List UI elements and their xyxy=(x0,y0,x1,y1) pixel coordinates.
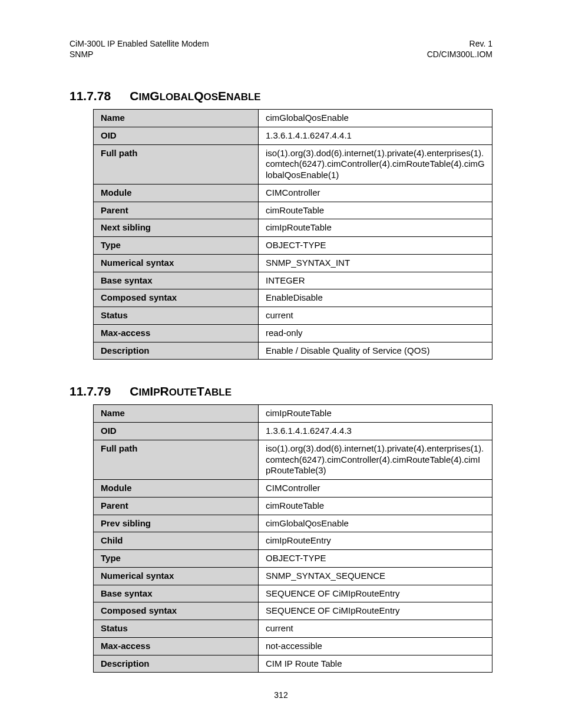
property-key: Module xyxy=(94,480,259,498)
property-key: Name xyxy=(94,110,259,127)
property-value: 1.3.6.1.4.1.6247.4.4.1 xyxy=(259,127,492,144)
property-value: cimRouteTable xyxy=(259,497,492,515)
property-key: OID xyxy=(94,127,259,144)
table-row: Prev siblingcimGlobalQosEnable xyxy=(94,515,492,532)
property-value: OBJECT-TYPE xyxy=(259,237,492,255)
property-key: Full path xyxy=(94,144,259,184)
header-left-line2: SNMP xyxy=(70,50,209,60)
property-value: current xyxy=(259,620,492,638)
property-key: Name xyxy=(94,405,259,423)
property-value: read-only xyxy=(259,324,492,342)
property-key: Max-access xyxy=(94,324,259,342)
table-row: Base syntaxSEQUENCE OF CiMIpRouteEntry xyxy=(94,585,492,602)
property-value: EnableDisable xyxy=(259,289,492,307)
property-value: SNMP_SYNTAX_SEQUENCE xyxy=(259,567,492,585)
table-row: Next siblingcimIpRouteTable xyxy=(94,219,492,237)
property-key: Numerical syntax xyxy=(94,567,259,585)
section-number: 11.7.79 xyxy=(70,384,111,398)
page-number: 312 xyxy=(0,690,562,700)
property-key: Description xyxy=(94,342,259,360)
header-right-line1: Rev. 1 xyxy=(427,39,492,50)
table-row: Base syntaxINTEGER xyxy=(94,272,492,289)
property-key: Type xyxy=(94,550,259,568)
property-value: iso(1).org(3).dod(6).internet(1).private… xyxy=(259,144,492,184)
page-header: CiM-300L IP Enabled Satellite Modem SNMP… xyxy=(70,39,492,60)
property-value: SNMP_SYNTAX_INT xyxy=(259,254,492,272)
table-row: DescriptionCIM IP Route Table xyxy=(94,655,492,673)
table-row: DescriptionEnable / Disable Quality of S… xyxy=(94,342,492,360)
table-row: OID1.3.6.1.4.1.6247.4.4.1 xyxy=(94,127,492,144)
property-key: Child xyxy=(94,532,259,550)
property-key: OID xyxy=(94,423,259,440)
property-value: cimIpRouteTable xyxy=(259,219,492,237)
table-row: Statuscurrent xyxy=(94,307,492,325)
table-row: Numerical syntaxSNMP_SYNTAX_INT xyxy=(94,254,492,272)
table-row: Max-accessread-only xyxy=(94,324,492,342)
header-left-line1: CiM-300L IP Enabled Satellite Modem xyxy=(70,39,209,50)
property-value: SEQUENCE OF CiMIpRouteEntry xyxy=(259,602,492,620)
table-row: Numerical syntaxSNMP_SYNTAX_SEQUENCE xyxy=(94,567,492,585)
property-key: Status xyxy=(94,620,259,638)
property-value: SEQUENCE OF CiMIpRouteEntry xyxy=(259,585,492,602)
property-value: INTEGER xyxy=(259,272,492,289)
property-key: Type xyxy=(94,237,259,255)
property-value: Enable / Disable Quality of Service (QOS… xyxy=(259,342,492,360)
table-row: Max-accessnot-accessible xyxy=(94,637,492,655)
table-row: ParentcimRouteTable xyxy=(94,497,492,515)
property-key: Next sibling xyxy=(94,219,259,237)
property-key: Base syntax xyxy=(94,272,259,289)
table-row: Composed syntaxEnableDisable xyxy=(94,289,492,307)
property-value: cimGlobalQosEnable xyxy=(259,515,492,532)
section-title: CIMGLOBALQOSENABLE xyxy=(130,89,260,103)
property-key: Composed syntax xyxy=(94,602,259,620)
property-value: CIMController xyxy=(259,480,492,498)
property-key: Numerical syntax xyxy=(94,254,259,272)
property-value: CIMController xyxy=(259,184,492,202)
table-row: ParentcimRouteTable xyxy=(94,202,492,219)
property-key: Status xyxy=(94,307,259,325)
table-row: ModuleCIMController xyxy=(94,184,492,202)
property-key: Base syntax xyxy=(94,585,259,602)
property-key: Description xyxy=(94,655,259,673)
property-key: Module xyxy=(94,184,259,202)
property-key: Parent xyxy=(94,497,259,515)
property-key: Max-access xyxy=(94,637,259,655)
properties-table-2: NamecimIpRouteTableOID1.3.6.1.4.1.6247.4… xyxy=(93,404,492,673)
property-key: Prev sibling xyxy=(94,515,259,532)
section-heading-2: 11.7.79 CIMIPROUTETABLE xyxy=(70,384,492,398)
property-key: Parent xyxy=(94,202,259,219)
property-value: iso(1).org(3).dod(6).internet(1).private… xyxy=(259,440,492,479)
table-row: TypeOBJECT-TYPE xyxy=(94,550,492,568)
property-value: cimIpRouteEntry xyxy=(259,532,492,550)
table-row: Statuscurrent xyxy=(94,620,492,638)
table-row: Full pathiso(1).org(3).dod(6).internet(1… xyxy=(94,440,492,479)
property-key: Full path xyxy=(94,440,259,479)
table-row: ModuleCIMController xyxy=(94,480,492,498)
table-row: Full pathiso(1).org(3).dod(6).internet(1… xyxy=(94,144,492,184)
table-row: Composed syntaxSEQUENCE OF CiMIpRouteEnt… xyxy=(94,602,492,620)
table-row: TypeOBJECT-TYPE xyxy=(94,237,492,255)
property-value: OBJECT-TYPE xyxy=(259,550,492,568)
section-title: CIMIPROUTETABLE xyxy=(130,384,232,398)
table-row: OID1.3.6.1.4.1.6247.4.4.3 xyxy=(94,423,492,440)
property-value: cimIpRouteTable xyxy=(259,405,492,423)
section-heading-1: 11.7.78 CIMGLOBALQOSENABLE xyxy=(70,89,492,103)
table-row: ChildcimIpRouteEntry xyxy=(94,532,492,550)
properties-table-1: NamecimGlobalQosEnableOID1.3.6.1.4.1.624… xyxy=(93,109,492,360)
section-number: 11.7.78 xyxy=(70,89,111,103)
table-row: NamecimGlobalQosEnable xyxy=(94,110,492,127)
header-right-line2: CD/CIM300L.IOM xyxy=(427,50,492,60)
property-value: current xyxy=(259,307,492,325)
property-key: Composed syntax xyxy=(94,289,259,307)
property-value: 1.3.6.1.4.1.6247.4.4.3 xyxy=(259,423,492,440)
table-row: NamecimIpRouteTable xyxy=(94,405,492,423)
property-value: not-accessible xyxy=(259,637,492,655)
property-value: cimRouteTable xyxy=(259,202,492,219)
property-value: CIM IP Route Table xyxy=(259,655,492,673)
property-value: cimGlobalQosEnable xyxy=(259,110,492,127)
